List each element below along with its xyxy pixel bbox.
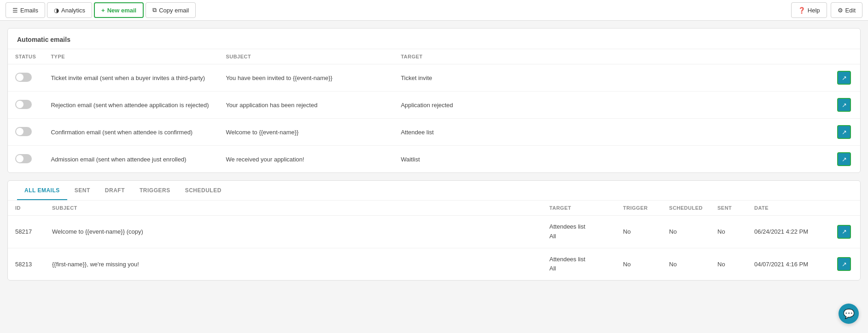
col-header-subject: SUBJECT <box>45 201 542 216</box>
col-header-id: ID <box>8 201 45 216</box>
row-4-edit-button[interactable]: ↗ <box>837 152 851 166</box>
email-row-2-target-line1: Attendees list <box>549 255 608 264</box>
external-link-icon: ↗ <box>842 75 847 81</box>
toggle-2[interactable] <box>15 100 32 109</box>
automatic-emails-card: Automatic emails STATUS TYPE SUBJECT TAR… <box>7 28 861 173</box>
tabs-row: ALL EMAILS SENT DRAFT TRIGGERS SCHEDULED <box>8 181 860 201</box>
col-header-email-action <box>830 201 860 216</box>
email-row-2-target-line2: All <box>549 264 608 274</box>
toggle-4[interactable] <box>15 154 32 163</box>
row-2-edit-button[interactable]: ↗ <box>837 98 851 112</box>
email-row-2-trigger: No <box>616 248 662 280</box>
row-2-type: Rejection email (sent when attendee appl… <box>43 92 218 119</box>
table-row: Confirmation email (sent when attendee i… <box>8 119 860 146</box>
col-header-target: TARGET <box>393 49 830 64</box>
col-header-trigger: TRIGGER <box>616 201 662 216</box>
email-row-2-subject: {{first-name}}, we're missing you! <box>45 248 542 280</box>
col-header-type: TYPE <box>43 49 218 64</box>
copy-icon: ⧉ <box>152 6 157 14</box>
table-row: Ticket invite email (sent when a buyer i… <box>8 64 860 92</box>
row-3-subject: Welcome to {{event-name}} <box>218 119 393 146</box>
row-4-type: Admission email (sent when attendee just… <box>43 146 218 173</box>
col-header-sent: SENT <box>710 201 747 216</box>
row-3-edit-button[interactable]: ↗ <box>837 125 851 139</box>
help-button[interactable]: ❓ Help <box>791 2 827 18</box>
email-row-2-target: Attendees list All <box>542 248 616 280</box>
email-row-1-target-line1: Attendees list <box>549 222 608 232</box>
new-email-button[interactable]: + New email <box>94 2 144 18</box>
email-row-1-target: Attendees list All <box>542 216 616 248</box>
tab-draft[interactable]: DRAFT <box>98 181 132 200</box>
top-navigation: ☰ Emails ◑ Analytics + New email ⧉ Copy … <box>0 0 868 21</box>
email-row-2-id: 58213 <box>8 248 45 280</box>
email-row-1-subject: Welcome to {{event-name}} (copy) <box>45 216 542 248</box>
nav-left: ☰ Emails ◑ Analytics + New email ⧉ Copy … <box>6 2 196 18</box>
external-link-icon: ↗ <box>842 156 847 163</box>
main-content: Automatic emails STATUS TYPE SUBJECT TAR… <box>0 21 868 295</box>
emails-label: Emails <box>20 7 38 14</box>
analytics-label: Analytics <box>61 7 85 14</box>
automatic-emails-table: STATUS TYPE SUBJECT TARGET Ticket invite… <box>8 49 860 172</box>
col-header-status: STATUS <box>8 49 43 64</box>
toggle-1[interactable] <box>15 73 32 82</box>
row-3-target: Attendee list <box>393 119 830 146</box>
email-row-2-date: 04/07/2021 4:16 PM <box>747 248 830 280</box>
email-row-1-date: 06/24/2021 4:22 PM <box>747 216 830 248</box>
external-link-icon: ↗ <box>842 102 847 109</box>
edit-button[interactable]: ⚙ Edit <box>831 2 862 18</box>
emails-list-table: ID SUBJECT TARGET TRIGGER SCHEDULED SENT… <box>8 201 860 280</box>
row-1-subject: You have been invited to {{event-name}} <box>218 64 393 92</box>
table-row: 58213 {{first-name}}, we're missing you!… <box>8 248 860 280</box>
emails-tab[interactable]: ☰ Emails <box>6 2 45 18</box>
table-row: Rejection email (sent when attendee appl… <box>8 92 860 119</box>
email-row-1-sent: No <box>710 216 747 248</box>
automatic-emails-title: Automatic emails <box>8 29 860 49</box>
row-3-type: Confirmation email (sent when attendee i… <box>43 119 218 146</box>
help-icon: ❓ <box>798 7 805 14</box>
help-label: Help <box>808 7 820 14</box>
emails-list-card: ALL EMAILS SENT DRAFT TRIGGERS SCHEDULED… <box>7 180 861 281</box>
col-header-scheduled: SCHEDULED <box>662 201 710 216</box>
col-header-date: DATE <box>747 201 830 216</box>
email-row-1-target-line2: All <box>549 232 608 241</box>
row-4-subject: We received your application! <box>218 146 393 173</box>
external-link-icon: ↗ <box>842 228 847 235</box>
email-row-2-scheduled: No <box>662 248 710 280</box>
analytics-tab[interactable]: ◑ Analytics <box>47 2 92 18</box>
row-2-target: Application rejected <box>393 92 830 119</box>
nav-right: ❓ Help ⚙ Edit <box>791 2 862 18</box>
edit-label: Edit <box>845 7 856 14</box>
email-row-1-edit-button[interactable]: ↗ <box>837 225 851 239</box>
copy-email-label: Copy email <box>159 7 189 14</box>
row-1-type: Ticket invite email (sent when a buyer i… <box>43 64 218 92</box>
row-1-edit-button[interactable]: ↗ <box>837 71 851 85</box>
external-link-icon: ↗ <box>842 129 847 136</box>
col-header-action <box>830 49 860 64</box>
analytics-icon: ◑ <box>54 7 59 14</box>
external-link-icon: ↗ <box>842 261 847 268</box>
table-row: Admission email (sent when attendee just… <box>8 146 860 173</box>
row-4-target: Waitlist <box>393 146 830 173</box>
row-1-target: Ticket invite <box>393 64 830 92</box>
tab-all-emails[interactable]: ALL EMAILS <box>17 181 67 200</box>
copy-email-button[interactable]: ⧉ Copy email <box>146 2 196 18</box>
col-header-subject: SUBJECT <box>218 49 393 64</box>
email-row-2-edit-button[interactable]: ↗ <box>837 257 851 271</box>
new-email-label: New email <box>107 7 137 14</box>
tab-sent[interactable]: SENT <box>67 181 98 200</box>
plus-icon: + <box>101 7 105 14</box>
toggle-3[interactable] <box>15 127 32 136</box>
col-header-target: TARGET <box>542 201 616 216</box>
email-row-1-id: 58217 <box>8 216 45 248</box>
email-row-1-scheduled: No <box>662 216 710 248</box>
tab-scheduled[interactable]: SCHEDULED <box>178 181 229 200</box>
table-row: 58217 Welcome to {{event-name}} (copy) A… <box>8 216 860 248</box>
row-2-subject: Your application has been rejected <box>218 92 393 119</box>
email-row-1-trigger: No <box>616 216 662 248</box>
list-icon: ☰ <box>12 7 18 14</box>
gear-icon: ⚙ <box>838 7 843 14</box>
email-row-2-sent: No <box>710 248 747 280</box>
tab-triggers[interactable]: TRIGGERS <box>132 181 178 200</box>
